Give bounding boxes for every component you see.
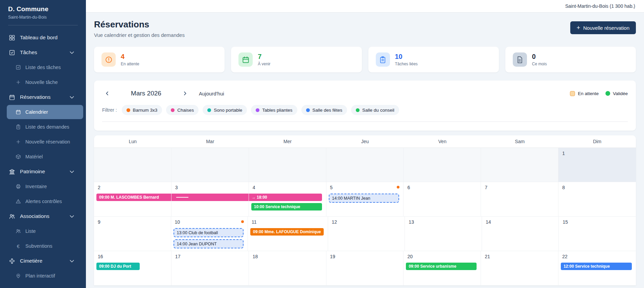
calendar-day-cell[interactable] <box>94 148 171 182</box>
calendar-day-cell[interactable]: 1013:00 Club de football14:00 Jean DUPON… <box>171 217 248 251</box>
main-area: Saint-Martin-du-Bois (1 300 hab.) Réserv… <box>86 0 644 288</box>
calendar-day-cell[interactable] <box>326 148 404 182</box>
calendar-event[interactable]: 09:00 Mme. LAFOUGUE Dominique <box>250 228 324 236</box>
sidebar-item-nouvelle-r-servation[interactable]: Nouvelle réservation <box>0 134 86 149</box>
sidebar-item-r-servations[interactable]: Réservations <box>0 90 86 105</box>
legend-swatch <box>605 91 610 96</box>
calendar-event[interactable]: 09:00 DJ du Port <box>96 263 140 270</box>
filter-pill-salle-des-f-tes[interactable]: Salle des fêtes <box>301 105 347 115</box>
filter-pill-salle-du-conseil[interactable]: Salle du conseil <box>351 105 399 115</box>
sidebar-item-patrimoine[interactable]: Patrimoine <box>0 164 86 179</box>
sidebar-item-label: Plan interactif <box>25 273 55 279</box>
calendar-icon <box>9 94 15 101</box>
sidebar-item-label: Cimetière <box>20 258 42 264</box>
bank-icon <box>9 169 15 175</box>
filter-pill-label: Chaises <box>177 108 194 113</box>
sidebar-item-liste-des-t-ches[interactable]: Liste des tâches <box>0 60 86 75</box>
sidebar-item-cimeti-re[interactable]: Cimetière <box>0 253 86 268</box>
calendar-event[interactable]: 13:00 Club de football <box>174 228 244 237</box>
calendar-event[interactable]: 09:00 Service urbanisme <box>406 263 477 270</box>
sidebar-item-calendrier[interactable]: Calendrier <box>7 105 83 119</box>
sidebar-item-inventaire[interactable]: Inventaire <box>0 179 86 194</box>
users-icon <box>9 213 15 220</box>
day-number: 7 <box>485 185 558 190</box>
today-button[interactable]: Aujourd'hui <box>199 91 224 96</box>
calendar-day-cell[interactable]: 514:00 MARTIN Jean <box>326 182 404 217</box>
calendar-event[interactable] <box>171 194 249 201</box>
calendar-icon <box>16 109 21 115</box>
calendar-event[interactable]: 10:00 Service technique <box>251 203 322 211</box>
sidebar-item-label: Calendrier <box>25 109 48 115</box>
calendar-day-cell[interactable]: 1109:00 Mme. LAFOUGUE Dominique <box>248 217 328 251</box>
calendar-event[interactable]: 14:00 MARTIN Jean <box>329 194 399 203</box>
day-number: 9 <box>98 219 171 225</box>
stat-label: Tâches liées <box>395 62 418 66</box>
filter-pill-sono-portable[interactable]: Sono portable <box>203 105 247 115</box>
calendar-day-cell[interactable]: 13 <box>405 217 482 251</box>
calendar-day-cell[interactable]: 18 <box>249 251 326 286</box>
calendar-day-cell[interactable]: 1 <box>558 148 636 182</box>
new-reservation-button[interactable]: + Nouvelle réservation <box>570 21 636 34</box>
calendar-day-cell[interactable]: 9 <box>94 217 171 251</box>
prev-month-button[interactable] <box>102 88 112 98</box>
sidebar-item-tableau-de-bord[interactable]: Tableau de bord <box>0 30 86 45</box>
calendar-day-cell[interactable]: 6 <box>404 182 481 217</box>
sidebar-item-liste-des-demandes[interactable]: Liste des demandes <box>0 119 86 134</box>
calendar-day-cell[interactable]: 7 <box>481 182 558 217</box>
sidebar-item-plan-interactif[interactable]: Plan interactif <box>0 268 86 283</box>
calendar-event[interactable]: 14:00 Jean DUPONT <box>174 239 244 248</box>
calendar-toolbar: Mars 2026 Aujourd'hui En attenteValidée … <box>94 81 636 131</box>
sidebar-item-mat-riel[interactable]: Matériel <box>0 149 86 164</box>
calendar-day-cell[interactable]: 2212:00 Service technique <box>558 251 636 286</box>
month-label: Mars 2026 <box>112 90 180 97</box>
calendar-day-cell[interactable] <box>481 148 558 182</box>
calendar-day-cell[interactable] <box>171 148 249 182</box>
filter-pill-label: Salle du conseil <box>362 108 394 113</box>
calendar-event[interactable]: 09:00 M. LASCOMBES Bernard <box>96 194 171 201</box>
filter-pill-barnum-3x3[interactable]: Barnum 3x3 <box>122 105 162 115</box>
calendar-event[interactable]: 12:00 Service technique <box>561 263 632 270</box>
sidebar-item-liste[interactable]: Liste <box>0 224 86 239</box>
calendar-day-cell[interactable]: 19 <box>326 251 404 286</box>
calendar-day-cell[interactable]: 1609:00 DJ du Port <box>94 251 171 286</box>
day-number: 2 <box>98 185 171 190</box>
weekday-label: Jeu <box>326 139 404 144</box>
sidebar-item-associations[interactable]: Associations <box>0 209 86 224</box>
new-reservation-button-label: Nouvelle réservation <box>583 25 629 31</box>
calendar-event[interactable]: → 18:00 <box>249 194 322 201</box>
calendar-grid: 1209:00 M. LASCOMBES Bernard34→ 18:0010:… <box>94 148 636 286</box>
calendar-day-cell[interactable]: 17 <box>171 251 249 286</box>
legend-swatch <box>570 91 575 96</box>
day-number: 1 <box>562 151 636 156</box>
sidebar-item-t-ches[interactable]: Tâches <box>0 45 86 60</box>
stat-card: 10Tâches liées <box>368 47 499 72</box>
calendar-day-cell[interactable]: 8 <box>558 182 636 217</box>
check-square-icon <box>9 49 15 56</box>
sidebar-item-subventions[interactable]: €Subventions <box>0 239 86 253</box>
calendar-day-cell[interactable]: 12 <box>328 217 405 251</box>
calendar-nav: Mars 2026 Aujourd'hui En attenteValidée <box>102 88 628 99</box>
calendar-day-cell[interactable] <box>404 148 481 182</box>
calendar-day-cell[interactable]: 21 <box>481 251 558 286</box>
sidebar-item-label: Liste des demandes <box>25 124 69 130</box>
calendar-week-row: 1 <box>94 148 636 182</box>
calendar-day-cell[interactable]: 4→ 18:0010:00 Service technique <box>249 182 326 217</box>
sidebar-item-label: Associations <box>20 213 49 219</box>
calendar-day-cell[interactable]: 3 <box>171 182 249 217</box>
next-month-button[interactable] <box>180 88 190 98</box>
sidebar-item-alertes-contr-les[interactable]: Alertes contrôles <box>0 194 86 209</box>
filter-row: Filtrer : Barnum 3x3ChaisesSono portable… <box>102 105 628 122</box>
calendar-day-cell[interactable]: 14 <box>482 217 559 251</box>
filter-dot <box>306 108 310 112</box>
events: 12:00 Service technique <box>558 263 636 270</box>
plus-icon <box>16 80 21 85</box>
filter-pill-tables-pliantes[interactable]: Tables pliantes <box>251 105 297 115</box>
calendar-day-cell[interactable] <box>249 148 326 182</box>
calendar-day-cell[interactable]: 209:00 M. LASCOMBES Bernard <box>94 182 171 217</box>
sidebar-item-nouvelle-t-che[interactable]: Nouvelle tâche <box>0 75 86 90</box>
calendar-day-cell[interactable]: 2009:00 Service urbanisme <box>404 251 481 286</box>
filter-pill-chaises[interactable]: Chaises <box>166 105 199 115</box>
stat-value: 0 <box>532 53 547 60</box>
filter-dot <box>256 108 259 112</box>
calendar-day-cell[interactable]: 15 <box>559 217 636 251</box>
